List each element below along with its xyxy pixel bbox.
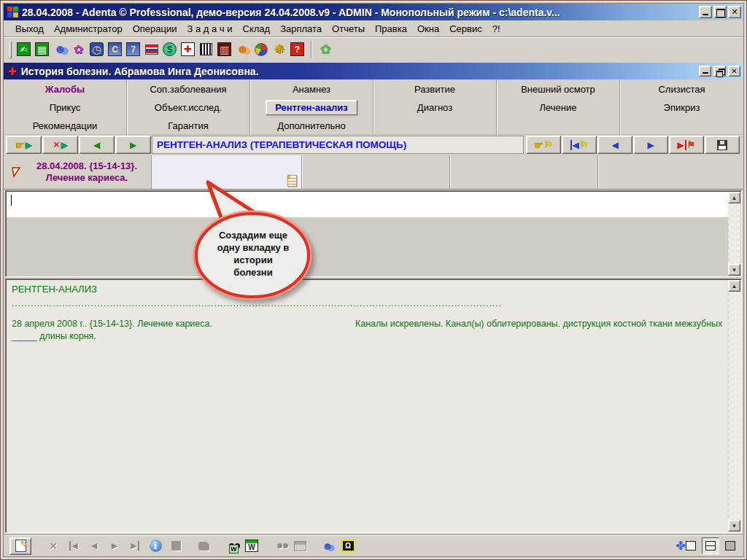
tab-obekt-issled[interactable]: Объект.исслед. <box>127 98 250 117</box>
holidays-icon[interactable] <box>70 41 87 58</box>
doc-close-icon[interactable] <box>728 66 740 77</box>
patient-card-icon[interactable] <box>15 41 32 58</box>
next-tab-button[interactable] <box>115 136 151 154</box>
entry-edit-line[interactable] <box>7 192 728 217</box>
visit-tab-empty-3[interactable] <box>598 155 743 189</box>
staff-icon[interactable] <box>234 41 251 58</box>
doc-restore-icon[interactable] <box>713 66 726 77</box>
tab-rekomendacii[interactable]: Рекомендации <box>4 117 127 135</box>
calendar-c-icon[interactable] <box>107 41 123 58</box>
report-entry-date: 28 апреля 2008 г.. {15-14-13}. Лечение к… <box>12 319 212 329</box>
menu-windows[interactable]: Окна <box>412 22 444 36</box>
tab-diagnoz[interactable]: Диагноз <box>374 98 497 117</box>
patients-small-icon[interactable] <box>319 538 336 554</box>
patient-history-icon <box>8 66 17 77</box>
doc-minimize-icon[interactable] <box>699 66 711 77</box>
visit-flag-icon <box>11 166 21 178</box>
tab-rentgen-analiz[interactable]: Рентген-анализ <box>250 98 374 117</box>
maximize-icon[interactable] <box>713 6 727 18</box>
prev-entry-button[interactable] <box>597 136 632 154</box>
menu-operations[interactable]: Операции <box>128 22 182 36</box>
tab-slizistaya[interactable]: Слизистая <box>620 80 743 98</box>
payments-icon[interactable] <box>143 41 160 58</box>
visit-tab-current[interactable]: 28.04.2008. {15-14-13}. Лечение кариеса. <box>4 155 152 189</box>
section-tab-grid: Жалобы Соп.заболевания Анамнез Развитие … <box>4 80 743 135</box>
menu-reports[interactable]: Отчеты <box>327 22 370 36</box>
tab-lechenie[interactable]: Лечение <box>497 98 620 117</box>
delete-tab-button[interactable] <box>42 136 78 154</box>
prev-record-icon[interactable] <box>85 538 103 554</box>
flag-icon <box>580 139 589 150</box>
triangle-icon <box>26 140 32 150</box>
first-record-icon[interactable] <box>65 538 82 554</box>
search-icon[interactable] <box>271 538 288 554</box>
menu-edit[interactable]: Правка <box>370 22 412 36</box>
money-icon[interactable] <box>161 41 178 58</box>
last-record-icon[interactable] <box>126 538 144 554</box>
menu-help[interactable]: ?! <box>487 22 506 36</box>
menu-service[interactable]: Сервис <box>444 22 487 36</box>
patients-icon[interactable] <box>52 41 69 58</box>
cashdesk-icon[interactable] <box>216 41 233 58</box>
info-icon[interactable] <box>147 538 164 554</box>
close-icon[interactable] <box>728 6 741 18</box>
minimize-icon[interactable] <box>699 6 712 18</box>
save-button[interactable] <box>705 136 740 154</box>
first-entry-button[interactable] <box>562 136 597 154</box>
settings-gear-icon[interactable] <box>271 41 287 58</box>
scroll-up-icon[interactable] <box>728 192 740 203</box>
tab-epikriz[interactable]: Эпикриз <box>620 98 743 117</box>
text-caret <box>11 195 12 206</box>
menu-salary[interactable]: Зарплата <box>275 22 327 36</box>
next-entry-button[interactable] <box>633 136 668 154</box>
menu-warehouse[interactable]: Склад <box>238 22 276 36</box>
tab-vneshniy-osmotr[interactable]: Внешний осмотр <box>497 80 620 98</box>
report-text-area[interactable]: РЕНТГЕН-АНАЛИЗ .........................… <box>5 279 742 533</box>
menu-administrator[interactable]: Администратор <box>49 22 128 36</box>
tab-empty-2 <box>497 117 620 135</box>
scroll-down-icon[interactable] <box>728 520 740 532</box>
tab-garantiya[interactable]: Гарантия <box>127 117 250 135</box>
copy-icon[interactable] <box>195 538 212 554</box>
tab-prikus[interactable]: Прикус <box>4 98 127 117</box>
visit-tab-empty-2[interactable] <box>450 155 598 189</box>
right-arrow-icon <box>647 140 654 150</box>
help-mail-icon[interactable] <box>289 41 306 58</box>
clock-icon[interactable] <box>88 41 105 58</box>
select-record-button[interactable] <box>6 136 42 154</box>
scroll-up-icon[interactable] <box>728 280 740 292</box>
tab-sop-zabolevaniya[interactable]: Соп.заболевания <box>127 80 250 98</box>
search-word-icon[interactable] <box>222 538 240 554</box>
view-single-button[interactable] <box>682 537 700 554</box>
tab-dopolnitelno[interactable]: Дополнительно <box>250 117 374 135</box>
window-icon[interactable] <box>291 538 309 554</box>
barcode-icon[interactable] <box>198 41 214 58</box>
view-full-button[interactable] <box>721 537 739 554</box>
tooth-icon[interactable] <box>339 538 357 554</box>
view-split-button[interactable] <box>702 537 719 554</box>
edit-scrollbar[interactable] <box>728 192 740 276</box>
menu-exit[interactable]: Выход <box>10 22 49 36</box>
menu-tasks[interactable]: З а д а ч и <box>182 22 238 36</box>
entry-edit-area[interactable] <box>5 190 742 277</box>
edit-record-button[interactable] <box>9 537 31 555</box>
toolbar-grip[interactable] <box>9 41 12 58</box>
delete-record-icon[interactable] <box>44 538 62 554</box>
tab-razvitie[interactable]: Развитие <box>374 80 497 98</box>
report-entry-text: Каналы искревлены. Канал(ы) облитерирова… <box>355 319 724 329</box>
stop-icon[interactable] <box>167 538 185 554</box>
services-clover-icon[interactable] <box>317 41 334 58</box>
select-entry-button[interactable] <box>526 136 561 154</box>
prev-tab-button[interactable] <box>79 136 115 154</box>
calendar-7-icon[interactable] <box>125 41 142 58</box>
word-export-icon[interactable] <box>243 538 260 554</box>
schedule-icon[interactable] <box>34 41 50 58</box>
report-scrollbar[interactable] <box>728 280 740 532</box>
scroll-down-icon[interactable] <box>728 264 740 276</box>
first-aid-icon[interactable] <box>179 41 196 58</box>
reports-pie-icon[interactable] <box>252 41 269 58</box>
tab-zhaloby[interactable]: Жалобы <box>4 80 127 98</box>
tab-anamnez[interactable]: Анамнез <box>250 80 374 98</box>
next-record-icon[interactable] <box>106 538 123 554</box>
last-entry-button[interactable] <box>669 136 704 154</box>
